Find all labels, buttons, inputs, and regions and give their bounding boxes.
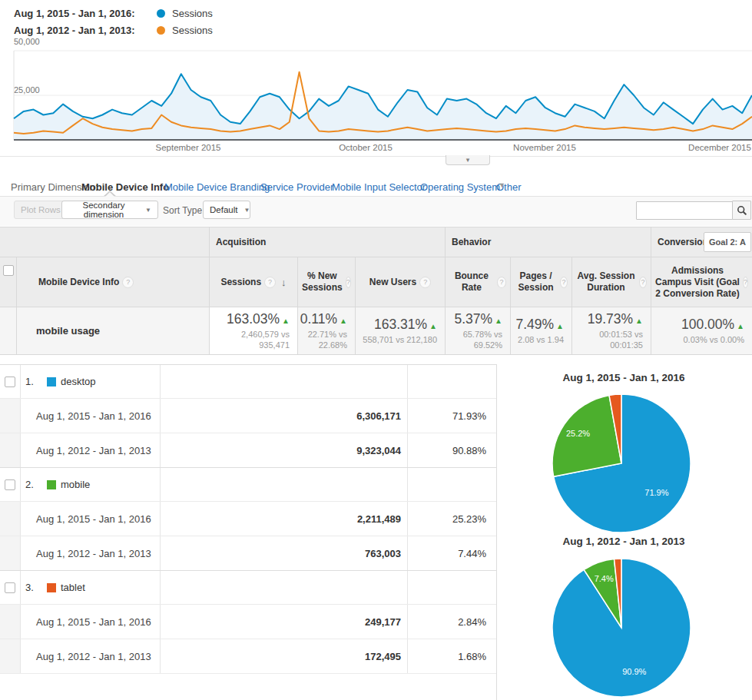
up-arrow-icon: ▲ [495,317,502,325]
sessions-share: 2.84% [408,605,496,639]
column-header-label: Sessions [220,277,261,288]
help-icon[interactable]: ? [419,277,431,288]
metrics-table: Acquisition Behavior Conversions Goal 2:… [0,227,752,355]
plot-rows-button[interactable]: Plot Rows [14,201,68,219]
column-header-sessions[interactable]: Sessions?↓ [210,257,298,307]
legend-period-label: Aug 1, 2015 - Jan 1, 2016: [14,8,146,19]
group-header-acquisition: Acquisition [210,227,446,257]
column-header-label: Admissions Campus Visit (Goal 2 Conversi… [655,265,740,300]
date-range-label: Aug 1, 2015 - Jan 1, 2016 [21,502,161,536]
metric-percent-change: 19.73%▲ [588,311,643,327]
search-button[interactable] [732,201,751,220]
metric-comparison-values: 2,460,579 vs 935,471 [210,329,290,350]
device-row-mobile: 2.mobile [0,467,496,502]
date-range-label: Aug 1, 2015 - Jan 1, 2016 [21,605,161,639]
x-axis-labels: September 2015October 2015November 2015D… [0,143,752,154]
goal-selector-dropdown[interactable]: Goal 2: A [704,232,751,252]
column-header--new-sessions[interactable]: % New Sessions? [298,257,356,307]
pie-chart-2012: 90.9%7.4% [548,555,694,700]
up-arrow-icon: ▲ [556,322,564,330]
sort-type-label: Sort Type: [163,205,204,216]
help-icon[interactable]: ? [497,277,506,288]
column-header-label: New Users [369,277,416,288]
summary-metric-cell: 5.37%▲65.78% vs 69.52% [446,307,511,355]
pie-slice-label: 25.2% [566,429,590,438]
pie-slice-label: 90.9% [622,667,646,676]
tab-service-provider[interactable]: Service Provider [260,181,333,193]
help-icon[interactable]: ? [639,277,647,288]
summary-metric-cell: 19.73%▲00:01:53 vs 00:01:35 [572,307,651,355]
pie-title-2012: Aug 1, 2012 - Jan 1, 2013 [497,536,750,547]
sessions-share: 7.44% [408,536,496,570]
help-icon[interactable]: ? [560,277,568,288]
metric-comparison-values: 22.71% vs 22.68% [298,329,347,350]
sessions-value: 9,323,044 [161,433,408,467]
search-input[interactable] [636,201,736,220]
legend-row: Aug 1, 2015 - Jan 1, 2016:Sessions [14,5,213,22]
x-axis-label: December 2015 [688,143,751,152]
device-row-tablet: 3.tablet [0,570,496,605]
column-header-label: Bounce Rate [449,270,494,294]
metric-percent-change: 7.49%▲ [515,317,564,333]
sessions-value: 763,003 [161,536,408,570]
help-icon[interactable]: ? [743,277,748,288]
select-all-checkbox[interactable] [3,265,14,276]
row-index: 3. [25,582,39,593]
series-dot-icon [157,9,165,18]
dimension-column-header[interactable]: Mobile Device Info ? [17,257,210,307]
summary-metric-cell: 163.03%▲2,460,579 vs 935,471 [210,307,298,355]
secondary-dimension-dropdown[interactable]: Secondary dimension ▼ [61,201,158,219]
column-header-label: Avg. Session Duration [576,270,636,294]
pie-panel-divider [496,364,497,700]
help-icon[interactable]: ? [122,277,134,288]
column-header-new-users[interactable]: New Users? [356,257,446,307]
sessions-value: 249,177 [161,605,408,639]
group-header-behavior: Behavior [446,227,651,257]
metric-comparison-values: 0.03% vs 0.00% [684,334,745,345]
column-header-avg-session-duration[interactable]: Avg. Session Duration? [572,257,651,307]
metric-percent-change: 5.37%▲ [454,311,502,327]
row-index: 2. [25,479,39,490]
row-index: 1. [25,376,39,387]
row-checkbox[interactable] [5,479,15,490]
date-range-row: Aug 1, 2015 - Jan 1, 20166,306,17171.93% [0,399,496,433]
y-axis-tick-50000: 50,000 [14,37,40,46]
device-name[interactable]: tablet [61,582,85,593]
date-range-row: Aug 1, 2012 - Jan 1, 20139,323,04490.88% [0,433,496,468]
tab-mobile-input-selector[interactable]: Mobile Input Selector [332,181,426,193]
summary-metric-cell: 0.11%▲22.71% vs 22.68% [298,307,356,355]
tab-mobile-device-branding[interactable]: Mobile Device Branding [164,181,270,193]
tab-mobile-device-info[interactable]: Mobile Device Info [81,181,169,193]
chevron-down-icon: ▾ [466,157,470,164]
help-icon[interactable]: ? [264,277,276,288]
legend-metric-label: Sessions [172,25,213,36]
sessions-share: 71.93% [408,399,496,433]
column-header-bounce-rate[interactable]: Bounce Rate? [446,257,511,307]
table-toolbar: Plot Rows Secondary dimension ▼ Sort Typ… [0,196,752,226]
device-name[interactable]: desktop [61,376,96,387]
help-icon[interactable]: ? [346,277,351,288]
row-checkbox[interactable] [5,377,15,387]
tab-operating-system[interactable]: Operating System [420,181,500,193]
sort-type-dropdown[interactable]: Default ▼ [203,201,250,219]
legend-metric-label: Sessions [172,8,213,19]
series-color-swatch [47,480,56,489]
series-dot-icon [157,26,165,35]
sort-descending-icon: ↓ [281,277,287,288]
column-header-pages-session[interactable]: Pages / Session? [511,257,572,307]
legend-row: Aug 1, 2012 - Jan 1, 2013:Sessions [14,22,213,38]
pie-slice-label: 7.4% [595,574,614,583]
sessions-share: 25.23% [408,502,496,536]
column-header-row: Mobile Device Info ? Sessions?↓% New Ses… [0,257,752,307]
summary-label: mobile usage [17,307,210,355]
date-range-row: Aug 1, 2015 - Jan 1, 2016249,1772.84% [0,605,496,639]
date-range-label: Aug 1, 2012 - Jan 1, 2013 [21,536,161,570]
up-arrow-icon: ▲ [340,317,347,325]
sessions-value: 172,495 [161,639,408,673]
row-checkbox[interactable] [5,582,15,593]
column-header-conversions-goal[interactable]: Admissions Campus Visit (Goal 2 Conversi… [651,257,752,307]
device-name[interactable]: mobile [61,479,90,490]
x-axis-label: November 2015 [513,143,576,152]
legend-period-label: Aug 1, 2012 - Jan 1, 2013: [14,25,146,36]
collapse-chart-button[interactable]: ▾ [446,155,490,165]
